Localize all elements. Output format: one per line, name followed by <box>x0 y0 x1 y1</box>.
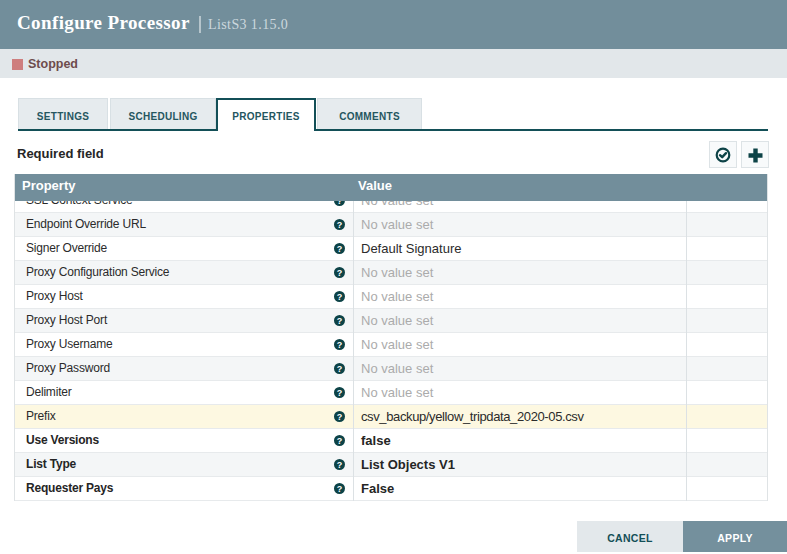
svg-text:?: ? <box>337 268 343 278</box>
svg-text:?: ? <box>337 460 343 470</box>
svg-text:?: ? <box>337 436 343 446</box>
svg-text:?: ? <box>337 244 343 254</box>
svg-text:?: ? <box>337 220 343 230</box>
svg-text:?: ? <box>337 316 343 326</box>
svg-text:?: ? <box>337 388 343 398</box>
svg-text:?: ? <box>337 484 343 494</box>
svg-text:?: ? <box>337 412 343 422</box>
svg-text:?: ? <box>337 292 343 302</box>
svg-text:?: ? <box>337 340 343 350</box>
svg-text:?: ? <box>337 364 343 374</box>
